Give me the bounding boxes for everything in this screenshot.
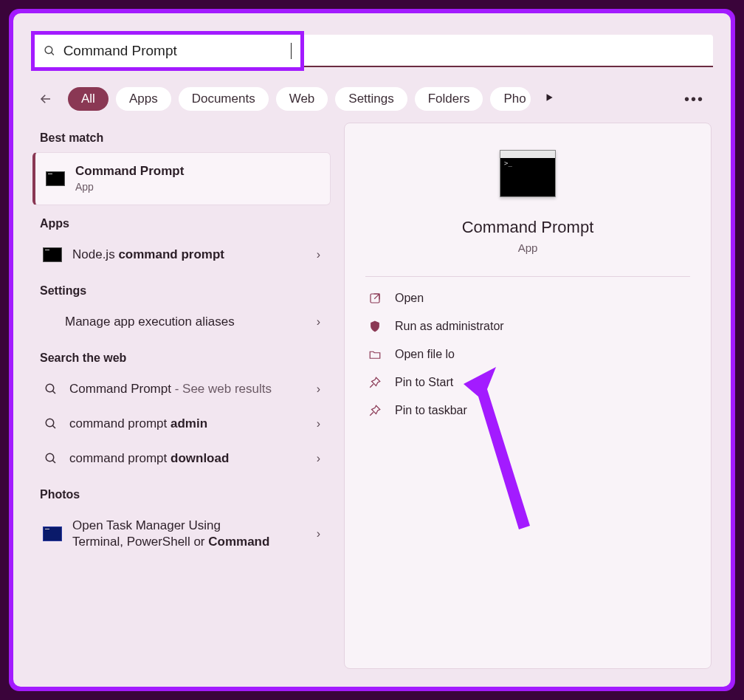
result-text: Node.js command prompt	[72, 247, 224, 264]
action-label: Run as administrator	[395, 320, 504, 333]
filter-web[interactable]: Web	[276, 87, 328, 111]
search-icon	[44, 417, 58, 430]
divider	[365, 276, 690, 277]
results-column: Best match Command Prompt App Apps Node.…	[32, 123, 331, 669]
search-bar-extension[interactable]	[304, 35, 713, 67]
search-input[interactable]: Command Prompt	[63, 43, 292, 59]
more-options-button[interactable]: •••	[678, 91, 710, 108]
action-open-location[interactable]: Open file lo	[365, 340, 690, 368]
filter-all[interactable]: All	[68, 87, 108, 111]
result-subtitle: App	[75, 180, 184, 194]
shield-icon	[368, 320, 382, 333]
result-text: command prompt admin	[69, 416, 207, 433]
filter-apps[interactable]: Apps	[116, 87, 171, 111]
play-icon	[544, 92, 554, 103]
result-setting-aliases[interactable]: Manage app execution aliases ›	[32, 305, 331, 340]
chevron-right-icon: ›	[317, 452, 320, 465]
chevron-right-icon: ›	[317, 382, 320, 396]
svg-line-11	[374, 294, 379, 299]
apps-header: Apps	[32, 205, 331, 238]
action-run-admin[interactable]: Run as administrator	[365, 312, 690, 340]
chevron-right-icon: ›	[317, 248, 320, 261]
result-web-1[interactable]: Command Prompt - See web results ›	[32, 372, 331, 407]
result-photo-1[interactable]: Open Task Manager Using Terminal, PowerS…	[32, 509, 331, 560]
result-text: Open Task Manager Using Terminal, PowerS…	[72, 518, 269, 552]
filter-documents[interactable]: Documents	[179, 87, 269, 111]
action-label: Pin to taskbar	[395, 404, 467, 417]
svg-point-0	[45, 47, 52, 54]
result-web-2[interactable]: command prompt admin ›	[32, 407, 331, 442]
chevron-right-icon: ›	[317, 315, 320, 329]
preview-subtitle: App	[365, 241, 690, 254]
preview-title: Command Prompt	[365, 218, 690, 237]
result-text: command prompt download	[69, 450, 229, 467]
svg-line-7	[52, 425, 55, 428]
annotation-frame: Command Prompt All Apps Documents Web Se…	[9, 9, 735, 691]
result-text: Command Prompt - See web results	[69, 381, 272, 398]
svg-point-8	[46, 453, 54, 461]
photos-header: Photos	[32, 476, 331, 509]
svg-line-5	[52, 391, 55, 394]
result-web-3[interactable]: command prompt download ›	[32, 442, 331, 476]
result-best-match[interactable]: Command Prompt App	[32, 152, 331, 205]
cmd-icon	[43, 247, 62, 262]
svg-point-6	[46, 419, 54, 427]
search-icon	[44, 452, 58, 465]
filter-photos[interactable]: Pho	[490, 87, 530, 111]
back-button[interactable]	[35, 89, 56, 109]
search-panel: Command Prompt All Apps Documents Web Se…	[13, 13, 731, 687]
search-highlight-box: Command Prompt	[31, 31, 304, 71]
result-text: Command Prompt App	[75, 163, 184, 194]
open-icon	[368, 292, 382, 305]
result-app-nodejs[interactable]: Node.js command prompt ›	[32, 238, 331, 272]
search-bar-row: Command Prompt	[13, 13, 731, 71]
chevron-right-icon: ›	[317, 527, 320, 541]
scroll-right-button[interactable]	[544, 92, 554, 106]
cmd-icon	[46, 171, 65, 186]
svg-line-13	[370, 412, 373, 416]
svg-line-12	[370, 384, 373, 388]
text-cursor	[291, 43, 292, 59]
result-title: Command Prompt	[75, 164, 184, 178]
preview-pane: Command Prompt App Open Run as administr…	[344, 123, 712, 669]
result-text: Manage app execution aliases	[65, 314, 235, 331]
search-icon	[44, 382, 58, 396]
best-match-header: Best match	[32, 123, 331, 152]
pin-icon	[368, 404, 382, 417]
filter-row: All Apps Documents Web Settings Folders …	[13, 71, 731, 117]
search-icon	[44, 44, 56, 58]
filter-settings[interactable]: Settings	[335, 87, 407, 111]
action-label: Pin to Start	[395, 376, 453, 389]
svg-line-1	[51, 52, 53, 55]
action-open[interactable]: Open	[365, 284, 690, 312]
preview-app-icon	[500, 150, 556, 197]
svg-point-4	[46, 384, 54, 392]
filter-folders[interactable]: Folders	[415, 87, 483, 111]
folder-icon	[368, 348, 382, 361]
body: Best match Command Prompt App Apps Node.…	[13, 117, 731, 687]
action-label: Open	[395, 292, 424, 305]
chevron-right-icon: ›	[317, 417, 320, 430]
photo-thumb-icon	[43, 526, 62, 541]
settings-header: Settings	[32, 272, 331, 305]
web-header: Search the web	[32, 340, 331, 372]
svg-marker-3	[546, 94, 552, 100]
svg-line-9	[52, 460, 55, 463]
action-label: Open file lo	[395, 348, 455, 361]
action-pin-taskbar[interactable]: Pin to taskbar	[365, 397, 690, 425]
action-pin-start[interactable]: Pin to Start	[365, 368, 690, 397]
pin-icon	[368, 376, 382, 389]
